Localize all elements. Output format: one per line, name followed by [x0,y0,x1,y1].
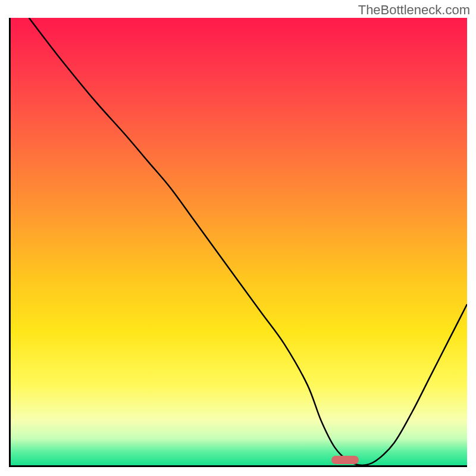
bottleneck-curve-path [29,18,467,465]
optimal-range-marker [331,456,359,464]
plot-area [9,18,467,467]
watermark-text: TheBottleneck.com [358,2,470,18]
chart-container: TheBottleneck.com [0,0,476,476]
bottleneck-curve-svg [11,18,467,465]
